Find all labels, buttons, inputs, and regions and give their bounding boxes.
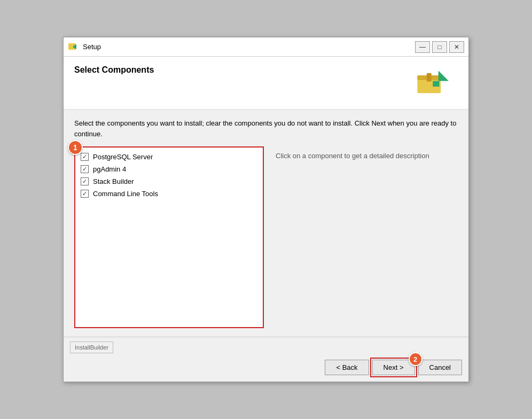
list-item[interactable]: PostgreSQL Server [81,153,257,161]
stack-builder-checkbox[interactable] [81,177,89,185]
window-title: Setup [83,43,101,51]
main-panels: 1 PostgreSQL Server pgAdmin 4 Stack Buil… [74,146,458,328]
component-label: PostgreSQL Server [93,153,153,161]
header-text-area: Select Components [74,65,154,75]
setup-icon [68,42,79,52]
title-bar-left: Setup [68,42,101,52]
list-item[interactable]: Stack Builder [81,177,257,185]
next-button[interactable]: Next > [372,360,415,375]
component-label: pgAdmin 4 [93,165,126,173]
detail-placeholder: Click on a component to get a detailed d… [276,152,429,160]
list-item[interactable]: pgAdmin 4 [81,165,257,173]
content-area: Select the components you want to instal… [64,110,468,337]
annotation-2: 2 [409,352,423,366]
maximize-button[interactable]: □ [432,41,447,53]
installbuilder-label: InstallBuilder [70,342,113,353]
components-panel: 1 PostgreSQL Server pgAdmin 4 Stack Buil… [74,146,264,328]
list-item[interactable]: Command Line Tools [81,190,257,198]
component-label: Command Line Tools [93,190,158,198]
command-line-tools-checkbox[interactable] [81,190,89,198]
header-icon-area [415,65,458,103]
cancel-button[interactable]: Cancel [418,360,462,375]
description-panel: Click on a component to get a detailed d… [270,146,458,328]
svg-rect-6 [433,81,439,87]
component-label: Stack Builder [93,177,134,185]
next-button-wrapper: Next > 2 [372,360,415,375]
pgadmin4-checkbox[interactable] [81,165,89,173]
footer-section: InstallBuilder < Back Next > 2 Cancel [64,337,468,382]
header-title: Select Components [74,65,154,75]
setup-window: Setup — □ ✕ Select Components Selec [63,37,469,382]
title-bar: Setup — □ ✕ [64,37,468,57]
minimize-button[interactable]: — [415,41,430,53]
description-text: Select the components you want to instal… [74,118,458,139]
title-bar-controls: — □ ✕ [415,41,464,53]
package-icon [415,65,452,97]
button-row: < Back Next > 2 Cancel [70,358,462,377]
header-section: Select Components [64,57,468,110]
postgresql-server-checkbox[interactable] [81,153,89,161]
svg-marker-5 [439,71,449,81]
svg-rect-4 [427,73,432,82]
close-button[interactable]: ✕ [449,41,464,53]
annotation-1: 1 [68,140,83,155]
back-button[interactable]: < Back [325,360,369,375]
